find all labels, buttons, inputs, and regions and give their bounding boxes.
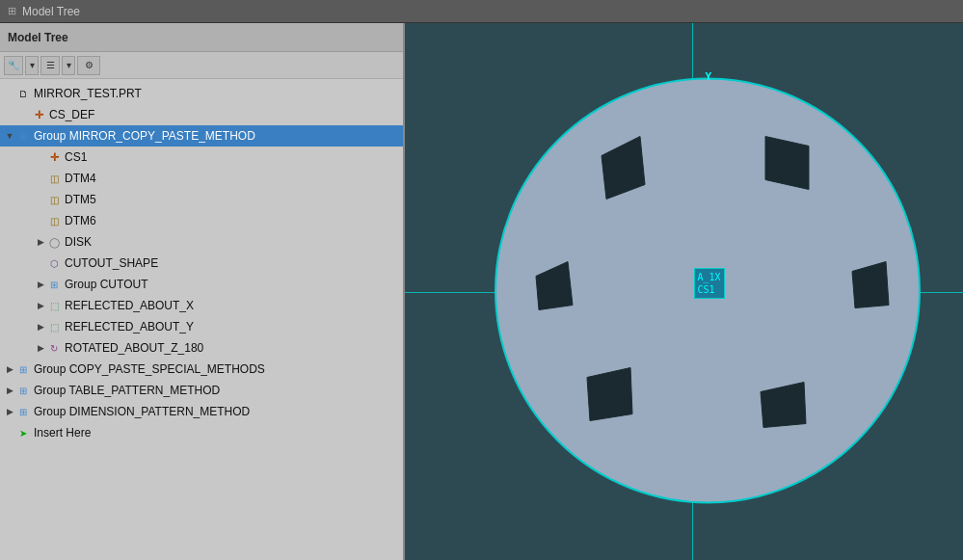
tree-label: DTM4 (65, 172, 96, 185)
dropdown2-button[interactable]: ▾ (62, 56, 75, 75)
svg-marker-4 (587, 367, 632, 420)
tree-label: Group CUTOUT (65, 278, 147, 291)
tree-label: Group COPY_PASTE_SPECIAL_METHODS (34, 362, 265, 376)
expand-arrow[interactable] (4, 130, 15, 142)
tree-item-dtm4[interactable]: ◫DTM4 (0, 168, 403, 189)
rotate-icon: ↻ (46, 340, 62, 356)
settings-button[interactable]: ⚙ (77, 56, 100, 75)
cs-coord-x: A_1X (698, 271, 721, 283)
tree-item-cutout_shape[interactable]: ⬡CUTOUT_SHAPE (0, 253, 403, 274)
tree-label: DTM5 (65, 193, 96, 206)
tree-label: DTM6 (65, 214, 96, 227)
tree-item-dtm5[interactable]: ◫DTM5 (0, 189, 403, 210)
expand-arrow[interactable] (35, 321, 46, 333)
tree-label: ROTATED_ABOUT_Z_180 (65, 341, 203, 355)
tree-item-mirror_test[interactable]: 🗋MIRROR_TEST.PRT (0, 83, 403, 104)
title-bar-label: Model Tree (22, 5, 80, 18)
disk-icon: ◯ (46, 234, 62, 250)
tree-label: CS_DEF (49, 108, 94, 121)
tree-item-cs_def[interactable]: ✛CS_DEF (0, 104, 403, 125)
insert-icon: ➤ (15, 425, 31, 440)
expand-arrow[interactable] (4, 406, 15, 417)
title-bar-icon: ⊞ (8, 5, 16, 17)
cs-label: CS1 (698, 283, 721, 296)
y-label: Y (706, 70, 712, 83)
expand-arrow[interactable] (35, 300, 46, 311)
expand-arrow[interactable] (35, 279, 46, 290)
group-icon: ⊞ (15, 404, 31, 419)
tree-label: REFLECTED_ABOUT_X (65, 299, 194, 312)
list-button[interactable]: ☰ (40, 56, 60, 75)
sidebar-header: Model Tree (0, 23, 403, 52)
reflect-icon: ⬚ (46, 298, 62, 313)
sidebar-title: Model Tree (8, 31, 68, 44)
viewport: Y A_1X CS1 (405, 23, 963, 560)
tree-label: MIRROR_TEST.PRT (34, 87, 142, 100)
dropdown1-button[interactable]: ▾ (25, 56, 39, 75)
tree-item-reflected_y[interactable]: ⬚REFLECTED_ABOUT_Y (0, 316, 403, 337)
sidebar: Model Tree 🔧 ▾ ☰ ▾ ⚙ 🗋MIRROR_TEST.PRT✛CS… (0, 23, 405, 560)
main-content: Model Tree 🔧 ▾ ☰ ▾ ⚙ 🗋MIRROR_TEST.PRT✛CS… (0, 23, 963, 560)
tree-label: Group MIRROR_COPY_PASTE_METHOD (34, 129, 255, 143)
tree-item-group_dimension[interactable]: ⊞Group DIMENSION_PATTERN_METHOD (0, 401, 403, 422)
group-icon: ⊞ (15, 361, 31, 377)
tree-item-dtm6[interactable]: ◫DTM6 (0, 210, 403, 231)
expand-arrow[interactable] (35, 236, 46, 248)
dtm-icon: ◫ (46, 192, 62, 207)
sidebar-toolbar: 🔧 ▾ ☰ ▾ ⚙ (0, 52, 403, 79)
tree-item-insert_here[interactable]: ➤Insert Here (0, 422, 403, 443)
cs-icon: ✛ (46, 149, 62, 165)
expand-arrow[interactable] (4, 363, 15, 375)
tree-label: DISK (65, 235, 92, 249)
reflect-icon: ⬚ (46, 319, 62, 334)
dtm-icon: ◫ (46, 171, 62, 186)
tree-label: Group DIMENSION_PATTERN_METHOD (34, 405, 250, 418)
file-icon: 🗋 (15, 86, 31, 101)
tree-item-rotated_z[interactable]: ↻ROTATED_ABOUT_Z_180 (0, 337, 403, 359)
tree-label: REFLECTED_ABOUT_Y (65, 320, 194, 333)
tree-label: CS1 (65, 150, 87, 164)
tree-item-group_mirror[interactable]: ⊞Group MIRROR_COPY_PASTE_METHOD (0, 125, 403, 147)
tree-item-reflected_x[interactable]: ⬚REFLECTED_ABOUT_X (0, 295, 403, 316)
cutout-icon: ⬡ (46, 255, 62, 271)
expand-arrow[interactable] (35, 342, 46, 354)
cs-icon: ✛ (31, 107, 46, 122)
expand-arrow[interactable] (4, 385, 15, 396)
model-tree: 🗋MIRROR_TEST.PRT✛CS_DEF⊞Group MIRROR_COP… (0, 79, 403, 560)
group-icon: ⊞ (46, 277, 62, 292)
group-icon: ⊞ (15, 383, 31, 398)
svg-marker-2 (765, 136, 809, 189)
tree-label: Insert Here (34, 426, 91, 440)
cs-box: A_1X CS1 (694, 268, 725, 299)
tree-item-group_cutout[interactable]: ⊞Group CUTOUT (0, 274, 403, 295)
tree-label: CUTOUT_SHAPE (65, 256, 158, 270)
tree-item-cs1[interactable]: ✛CS1 (0, 147, 403, 168)
tree-item-group_table[interactable]: ⊞Group TABLE_PATTERN_METHOD (0, 380, 403, 401)
tree-item-group_copy_paste[interactable]: ⊞Group COPY_PASTE_SPECIAL_METHODS (0, 359, 403, 380)
dtm-icon: ◫ (46, 213, 62, 228)
tree-item-disk[interactable]: ◯DISK (0, 231, 403, 253)
tree-label: Group TABLE_PATTERN_METHOD (34, 384, 220, 397)
title-bar: ⊞ Model Tree (0, 0, 963, 23)
wrench-button[interactable]: 🔧 (4, 56, 23, 75)
group-icon: ⊞ (15, 128, 31, 144)
